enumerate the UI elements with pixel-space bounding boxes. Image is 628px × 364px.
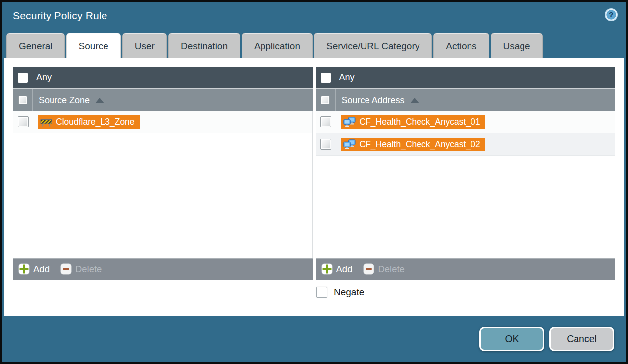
row-checkbox-cell bbox=[13, 111, 33, 133]
any-checkbox-cell bbox=[316, 67, 336, 88]
source-zone-any-checkbox[interactable] bbox=[18, 73, 28, 83]
source-tab-content: Any Source Zone bbox=[4, 58, 624, 316]
tab-service-url-category[interactable]: Service/URL Category bbox=[314, 33, 432, 58]
address-chip[interactable]: CF_Health_Check_Anycast_02 bbox=[341, 138, 485, 151]
add-plus-icon bbox=[321, 263, 333, 275]
address-name: CF_Health_Check_Anycast_02 bbox=[360, 139, 480, 150]
row-checkbox[interactable] bbox=[18, 116, 29, 127]
source-zone-list: Cloudflare_L3_Zone bbox=[13, 111, 313, 258]
delete-button[interactable]: Delete bbox=[60, 263, 102, 275]
help-icon[interactable]: ? bbox=[604, 8, 618, 22]
delete-label: Delete bbox=[378, 264, 404, 275]
address-icon bbox=[343, 117, 356, 127]
source-zone-any-bar: Any bbox=[13, 67, 313, 89]
negate-checkbox[interactable] bbox=[316, 287, 327, 298]
zone-icon bbox=[40, 117, 52, 127]
tab-user[interactable]: User bbox=[122, 33, 167, 58]
source-address-any-bar: Any bbox=[316, 67, 616, 89]
zone-name: Cloudflare_L3_Zone bbox=[56, 117, 135, 127]
source-zone-column-title: Source Zone bbox=[39, 95, 90, 105]
sort-ascending-icon[interactable] bbox=[95, 98, 104, 103]
delete-label: Delete bbox=[75, 264, 102, 275]
row-checkbox[interactable] bbox=[320, 116, 331, 127]
tab-actions-label: Actions bbox=[446, 41, 476, 52]
add-plus-icon bbox=[18, 263, 30, 275]
tab-usage-label: Usage bbox=[503, 41, 530, 52]
dialog-button-bar: OK Cancel bbox=[2, 316, 626, 362]
source-zone-any-label: Any bbox=[36, 72, 52, 83]
add-label: Add bbox=[33, 264, 50, 275]
header-checkbox-cell bbox=[316, 89, 336, 111]
source-address-any-label: Any bbox=[339, 72, 355, 83]
svg-text:?: ? bbox=[609, 10, 613, 19]
source-address-list: CF_Health_Check_Anycast_01 bbox=[316, 111, 616, 258]
tab-destination-label: Destination bbox=[181, 41, 228, 52]
tab-application-label: Application bbox=[254, 41, 300, 52]
add-button[interactable]: Add bbox=[321, 263, 353, 275]
table-row[interactable]: CF_Health_Check_Anycast_01 bbox=[316, 111, 615, 133]
source-address-column-title: Source Address bbox=[342, 95, 405, 105]
source-address-select-all-checkbox[interactable] bbox=[321, 96, 330, 104]
address-chip[interactable]: CF_Health_Check_Anycast_01 bbox=[341, 115, 485, 129]
source-address-column-header[interactable]: Source Address bbox=[316, 89, 616, 111]
table-row[interactable]: CF_Health_Check_Anycast_02 bbox=[316, 133, 615, 156]
any-checkbox-cell bbox=[13, 67, 33, 88]
tab-user-label: User bbox=[135, 41, 155, 52]
tab-service-url-category-label: Service/URL Category bbox=[326, 41, 419, 52]
source-zone-toolbar: Add Delete bbox=[13, 258, 313, 280]
address-icon bbox=[343, 139, 356, 150]
row-checkbox-cell bbox=[316, 133, 336, 155]
add-label: Add bbox=[336, 264, 353, 275]
dialog-title-bar: Security Policy Rule ? bbox=[2, 2, 626, 30]
cancel-button[interactable]: Cancel bbox=[549, 327, 614, 351]
source-zone-select-all-checkbox[interactable] bbox=[18, 96, 27, 104]
security-policy-rule-dialog: Security Policy Rule ? General Source Us… bbox=[0, 0, 628, 364]
negate-row: Negate bbox=[316, 287, 615, 298]
sort-ascending-icon[interactable] bbox=[410, 98, 419, 103]
tab-strip: General Source User Destination Applicat… bbox=[2, 30, 626, 58]
delete-minus-icon bbox=[60, 263, 72, 275]
header-checkbox-cell bbox=[13, 89, 33, 111]
dialog-title: Security Policy Rule bbox=[13, 10, 107, 22]
source-address-panel: Any Source Address bbox=[316, 67, 616, 280]
table-row[interactable]: Cloudflare_L3_Zone bbox=[13, 111, 312, 133]
tab-application[interactable]: Application bbox=[242, 33, 313, 58]
delete-minus-icon bbox=[363, 263, 374, 275]
source-address-any-checkbox[interactable] bbox=[321, 73, 331, 83]
address-name: CF_Health_Check_Anycast_01 bbox=[360, 117, 480, 127]
negate-label: Negate bbox=[334, 287, 364, 298]
row-checkbox-cell bbox=[316, 111, 336, 133]
source-zone-panel: Any Source Zone bbox=[13, 67, 313, 280]
ok-button[interactable]: OK bbox=[479, 327, 544, 351]
tab-actions[interactable]: Actions bbox=[433, 33, 489, 58]
zone-chip[interactable]: Cloudflare_L3_Zone bbox=[38, 115, 140, 129]
row-checkbox[interactable] bbox=[320, 139, 331, 150]
panels-row: Any Source Zone bbox=[13, 67, 615, 280]
tab-general[interactable]: General bbox=[6, 33, 65, 58]
tab-source-label: Source bbox=[79, 41, 108, 52]
tab-general-label: General bbox=[19, 41, 52, 52]
delete-button[interactable]: Delete bbox=[363, 263, 404, 275]
tab-source[interactable]: Source bbox=[66, 33, 121, 58]
source-address-toolbar: Add Delete bbox=[316, 258, 616, 280]
source-zone-column-header[interactable]: Source Zone bbox=[13, 89, 313, 111]
add-button[interactable]: Add bbox=[18, 263, 50, 275]
tab-destination[interactable]: Destination bbox=[168, 33, 240, 58]
tab-usage[interactable]: Usage bbox=[491, 33, 543, 58]
